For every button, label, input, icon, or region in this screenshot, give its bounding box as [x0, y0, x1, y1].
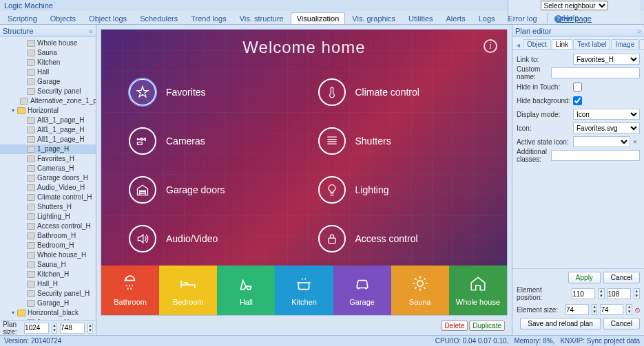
tab-logs[interactable]: Logs: [472, 12, 501, 24]
tab-utilities[interactable]: Utilities: [402, 12, 439, 24]
tab-vis-structure[interactable]: Vis. structure: [233, 12, 290, 24]
tab-visualization[interactable]: Visualization: [291, 12, 346, 24]
tab-objects[interactable]: Objects: [44, 12, 82, 24]
tab-vis-graphics[interactable]: Vis. graphics: [346, 12, 402, 24]
neighbours-select[interactable]: Select neighbour: [541, 1, 608, 10]
tab-error-log[interactable]: Error log: [502, 12, 543, 24]
tab-object-logs[interactable]: Object logs: [83, 12, 133, 24]
tab-alerts[interactable]: Alerts: [440, 12, 472, 24]
tab-trend-logs[interactable]: Trend logs: [185, 12, 233, 24]
topbar: Logic Machine Neighbours: Select neighbo…: [0, 0, 644, 11]
tab-schedulers[interactable]: Schedulers: [134, 12, 184, 24]
tab-scripting[interactable]: Scripting: [1, 12, 43, 24]
help-link[interactable]: ?Help: [550, 12, 583, 24]
app-title: Logic Machine: [4, 1, 53, 10]
